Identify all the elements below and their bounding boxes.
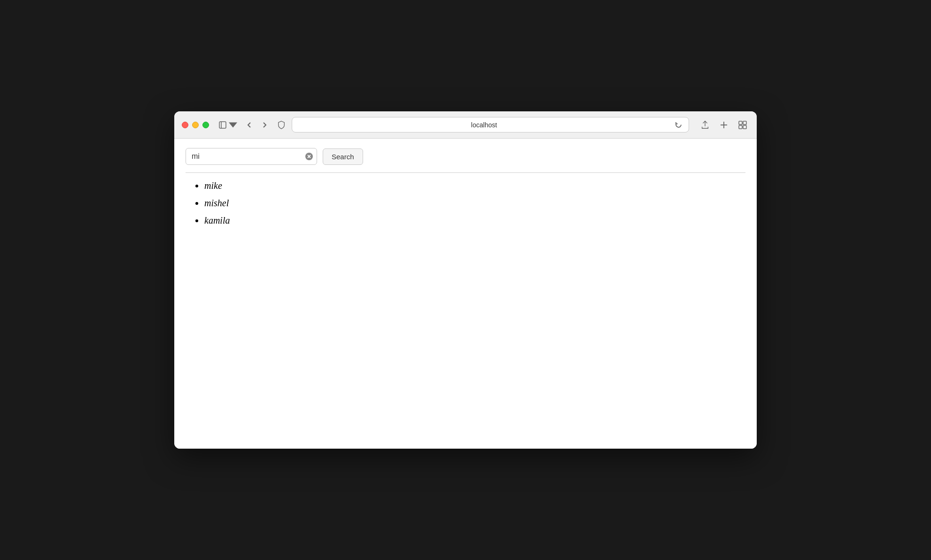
back-button[interactable] bbox=[243, 119, 256, 131]
search-input-wrapper bbox=[186, 148, 317, 165]
search-button[interactable]: Search bbox=[323, 148, 363, 165]
shield-icon bbox=[277, 120, 286, 130]
clear-button[interactable] bbox=[305, 152, 313, 161]
svg-rect-5 bbox=[743, 121, 746, 124]
svg-rect-7 bbox=[743, 125, 746, 129]
result-item-mike: mike bbox=[204, 180, 745, 191]
svg-rect-4 bbox=[739, 121, 742, 124]
address-bar[interactable]: localhost bbox=[292, 117, 689, 132]
traffic-lights bbox=[182, 122, 209, 128]
maximize-button[interactable] bbox=[202, 122, 209, 128]
minimize-button[interactable] bbox=[192, 122, 199, 128]
reload-button[interactable] bbox=[674, 120, 683, 129]
svg-rect-0 bbox=[219, 122, 226, 128]
result-item-kamila: kamila bbox=[204, 215, 745, 226]
divider bbox=[186, 172, 745, 173]
search-bar: Search bbox=[186, 148, 745, 165]
url-display: localhost bbox=[298, 121, 670, 129]
browser-window: localhost bbox=[174, 111, 757, 449]
results-list: mike mishel kamila bbox=[186, 180, 745, 226]
sidebar-toggle[interactable] bbox=[218, 121, 237, 129]
result-item-mishel: mishel bbox=[204, 198, 745, 209]
tabs-overview-button[interactable] bbox=[736, 118, 749, 132]
new-tab-button[interactable] bbox=[717, 118, 730, 132]
share-button[interactable] bbox=[698, 118, 712, 132]
svg-rect-6 bbox=[739, 125, 742, 129]
search-input[interactable] bbox=[186, 148, 317, 165]
nav-buttons bbox=[243, 119, 271, 131]
page-content: Search mike mishel kamila bbox=[174, 139, 757, 449]
forward-button[interactable] bbox=[258, 119, 271, 131]
browser-actions bbox=[698, 118, 749, 132]
browser-chrome: localhost bbox=[174, 111, 757, 139]
close-button[interactable] bbox=[182, 122, 188, 128]
